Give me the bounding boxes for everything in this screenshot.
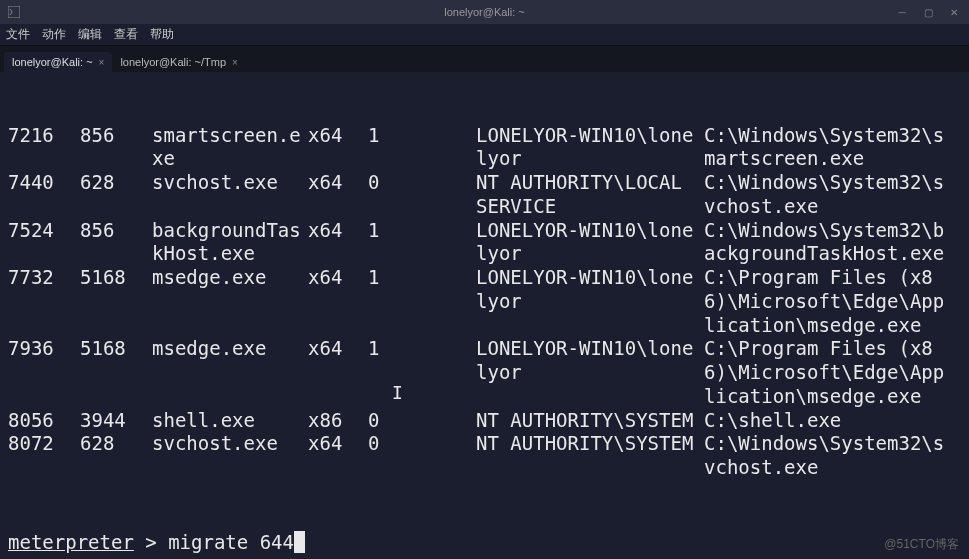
maximize-icon[interactable]: ▢	[921, 5, 935, 19]
terminal-icon	[8, 6, 20, 18]
arch-cell: x64	[308, 171, 368, 219]
path-cell: C:\shell.exe	[704, 409, 954, 433]
session-cell: 0	[368, 432, 476, 480]
cursor	[294, 531, 305, 553]
arch-cell: x64	[308, 432, 368, 480]
window-title: lonelyor@Kali: ~	[444, 6, 525, 18]
pid-cell: 7524	[8, 219, 80, 267]
user-cell: NT AUTHORITY\LOCAL SERVICE	[476, 171, 704, 219]
menu-actions[interactable]: 动作	[42, 26, 66, 43]
name-cell: msedge.exe	[152, 337, 308, 408]
ppid-cell: 3944	[80, 409, 152, 433]
arch-cell: x64	[308, 219, 368, 267]
ppid-cell: 5168	[80, 337, 152, 408]
session-cell: 1	[368, 219, 476, 267]
menu-file[interactable]: 文件	[6, 26, 30, 43]
prompt-separator: >	[134, 531, 168, 553]
session-cell: 1	[368, 124, 476, 172]
ppid-cell: 856	[80, 219, 152, 267]
tabbar: lonelyor@Kali: ~ × lonelyor@Kali: ~/Tmp …	[0, 46, 969, 72]
watermark: @51CTO博客	[884, 536, 959, 553]
user-cell: NT AUTHORITY\SYSTEM	[476, 409, 704, 433]
path-cell: C:\Windows\System32\smartscreen.exe	[704, 124, 954, 172]
path-cell: C:\Program Files (x86)\Microsoft\Edge\Ap…	[704, 337, 954, 408]
session-cell: 1	[368, 337, 476, 408]
ppid-cell: 5168	[80, 266, 152, 337]
process-row: 8072628svchost.exex640NT AUTHORITY\SYSTE…	[8, 432, 961, 480]
window-controls: ─ ▢ ✕	[895, 5, 961, 19]
arch-cell: x64	[308, 124, 368, 172]
name-cell: smartscreen.exe	[152, 124, 308, 172]
menu-help[interactable]: 帮助	[150, 26, 174, 43]
process-row: 7524856backgroundTaskHost.exex641LONELYO…	[8, 219, 961, 267]
minimize-icon[interactable]: ─	[895, 5, 909, 19]
prompt-command[interactable]: migrate 644	[168, 531, 294, 553]
close-icon[interactable]: ✕	[947, 5, 961, 19]
pid-cell: 7936	[8, 337, 80, 408]
path-cell: C:\Program Files (x86)\Microsoft\Edge\Ap…	[704, 266, 954, 337]
ppid-cell: 856	[80, 124, 152, 172]
menu-view[interactable]: 查看	[114, 26, 138, 43]
process-row: 77325168msedge.exex641LONELYOR-WIN10\lon…	[8, 266, 961, 337]
user-cell: LONELYOR-WIN10\lonelyor	[476, 266, 704, 337]
process-row: 7216856smartscreen.exex641LONELYOR-WIN10…	[8, 124, 961, 172]
prompt-label: meterpreter	[8, 531, 134, 553]
process-row: 7440628svchost.exex640NT AUTHORITY\LOCAL…	[8, 171, 961, 219]
prompt-line: meterpreter > migrate 644	[8, 531, 961, 555]
pid-cell: 7216	[8, 124, 80, 172]
ppid-cell: 628	[80, 171, 152, 219]
arch-cell: x64	[308, 337, 368, 408]
session-cell: 0	[368, 409, 476, 433]
tab-label: lonelyor@Kali: ~/Tmp	[120, 56, 226, 68]
tab-label: lonelyor@Kali: ~	[12, 56, 93, 68]
name-cell: svchost.exe	[152, 171, 308, 219]
tab-terminal-1[interactable]: lonelyor@Kali: ~ ×	[4, 52, 112, 72]
ppid-cell: 628	[80, 432, 152, 480]
name-cell: msedge.exe	[152, 266, 308, 337]
user-cell: LONELYOR-WIN10\lonelyor	[476, 124, 704, 172]
terminal-output[interactable]: 7216856smartscreen.exex641LONELYOR-WIN10…	[0, 72, 969, 559]
tab-terminal-2[interactable]: lonelyor@Kali: ~/Tmp ×	[112, 52, 245, 72]
user-cell: LONELYOR-WIN10\lonelyor	[476, 337, 704, 408]
close-icon[interactable]: ×	[99, 57, 105, 68]
menu-edit[interactable]: 编辑	[78, 26, 102, 43]
session-cell: 1	[368, 266, 476, 337]
process-row: 79365168msedge.exex641LONELYOR-WIN10\lon…	[8, 337, 961, 408]
name-cell: svchost.exe	[152, 432, 308, 480]
user-cell: NT AUTHORITY\SYSTEM	[476, 432, 704, 480]
text-cursor-ibeam: I	[392, 382, 403, 403]
name-cell: backgroundTaskHost.exe	[152, 219, 308, 267]
session-cell: 0	[368, 171, 476, 219]
pid-cell: 7440	[8, 171, 80, 219]
pid-cell: 8056	[8, 409, 80, 433]
path-cell: C:\Windows\System32\svchost.exe	[704, 171, 954, 219]
pid-cell: 8072	[8, 432, 80, 480]
name-cell: shell.exe	[152, 409, 308, 433]
arch-cell: x64	[308, 266, 368, 337]
close-icon[interactable]: ×	[232, 57, 238, 68]
menubar: 文件 动作 编辑 查看 帮助	[0, 24, 969, 46]
path-cell: C:\Windows\System32\svchost.exe	[704, 432, 954, 480]
titlebar-left	[8, 6, 20, 18]
svg-rect-0	[8, 6, 20, 18]
titlebar: lonelyor@Kali: ~ ─ ▢ ✕	[0, 0, 969, 24]
process-row: 80563944shell.exex860NT AUTHORITY\SYSTEM…	[8, 409, 961, 433]
pid-cell: 7732	[8, 266, 80, 337]
path-cell: C:\Windows\System32\backgroundTaskHost.e…	[704, 219, 954, 267]
arch-cell: x86	[308, 409, 368, 433]
user-cell: LONELYOR-WIN10\lonelyor	[476, 219, 704, 267]
